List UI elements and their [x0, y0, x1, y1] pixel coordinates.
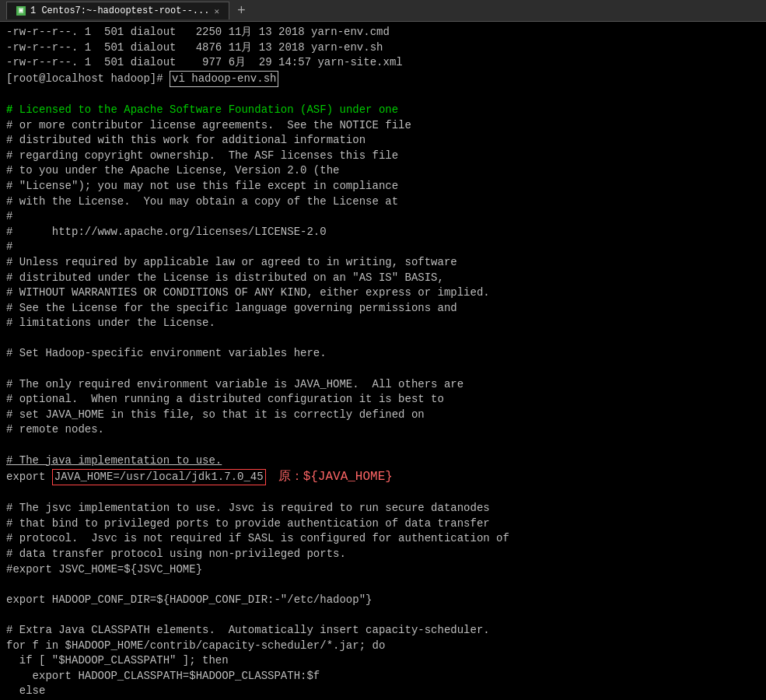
license-line-12: # distributed under the License is distr…: [6, 271, 760, 286]
file-line-2: -rw-r--r--. 1 501 dialout 4876 11月 13 20…: [6, 40, 760, 56]
license-line-10: #: [6, 240, 760, 255]
java-home-comment-4: # remote nodes.: [6, 422, 760, 438]
if-check: if [ "$HADOOP_CLASSPATH" ]; then: [6, 653, 760, 669]
license-line-5: # to you under the Apache License, Versi…: [6, 163, 760, 179]
license-line-6: # "License"); you may not use this file …: [6, 179, 760, 194]
license-line-7: # with the License. You may obtain a cop…: [6, 194, 760, 210]
java-home-comment-1: # The only required environment variable…: [6, 377, 760, 393]
new-tab-button[interactable]: +: [237, 3, 246, 19]
license-line-14: # See the License for the specific langu…: [6, 301, 760, 317]
export-line: export JAVA_HOME=/usr/local/jdk1.7.0_45原…: [6, 468, 760, 485]
blank-3: [6, 362, 760, 377]
jsvc-comment-4: # data transfer protocol using non-privi…: [6, 547, 760, 562]
blank-4: [6, 438, 760, 453]
export-classpath: export HADOOP_CLASSPATH=$HADOOP_CLASSPAT…: [6, 669, 760, 684]
hadoop-conf-dir: export HADOOP_CONF_DIR=${HADOOP_CONF_DIR…: [6, 593, 760, 608]
title-bar: ▣ 1 Centos7:~-hadooptest-root--... ✕ +: [0, 0, 766, 22]
license-line-15: # limitations under the License.: [6, 316, 760, 331]
else-clause: else: [6, 684, 760, 699]
blank-2: [6, 331, 760, 347]
jsvc-comment-2: # that bind to privileged ports to provi…: [6, 516, 760, 532]
blank-6: [6, 577, 760, 593]
license-line-9: # http://www.apache.org/licenses/LICENSE…: [6, 225, 760, 240]
license-line-8: #: [6, 209, 760, 225]
active-tab[interactable]: ▣ 1 Centos7:~-hadooptest-root--... ✕: [6, 2, 229, 19]
license-line-2: # or more contributor license agreements…: [6, 118, 760, 134]
jsvc-comment-3: # protocol. Jsvc is not required if SASL…: [6, 531, 760, 547]
classpath-comment: # Extra Java CLASSPATH elements. Automat…: [6, 623, 760, 639]
tab-favicon: ▣: [16, 6, 26, 16]
hadoop-env-comment: # Set Hadoop-specific environment variab…: [6, 346, 760, 362]
java-impl-comment: # The java implementation to use.: [6, 453, 760, 469]
blank-1: [6, 87, 760, 103]
license-line-3: # distributed with this work for additio…: [6, 133, 760, 149]
for-loop: for f in $HADOOP_HOME/contrib/capacity-s…: [6, 639, 760, 654]
blank-7: [6, 607, 760, 623]
prompt: [root@localhost hadoop]#: [6, 72, 170, 87]
license-line-1: # Licensed to the Apache Software Founda…: [6, 103, 760, 118]
tab-close-button[interactable]: ✕: [214, 6, 219, 16]
jsvc-export: #export JSVC_HOME=${JSVC_HOME}: [6, 562, 760, 578]
blank-5: [6, 486, 760, 502]
command-line: [root@localhost hadoop]# vi hadoop-env.s…: [6, 71, 760, 88]
file-line-1: -rw-r--r--. 1 501 dialout 2250 11月 13 20…: [6, 25, 760, 40]
terminal-window: ▣ 1 Centos7:~-hadooptest-root--... ✕ + -…: [0, 0, 766, 700]
original-annotation: 原：${JAVA_HOME}: [278, 468, 393, 485]
java-home-comment-2: # optional. When running a distributed c…: [6, 392, 760, 408]
license-line-4: # regarding copyright ownership. The ASF…: [6, 149, 760, 164]
java-home-value: JAVA_HOME=/usr/local/jdk1.7.0_45: [52, 469, 266, 486]
java-home-comment-3: # set JAVA_HOME in this file, so that it…: [6, 408, 760, 423]
command-text: vi hadoop-env.sh: [170, 71, 278, 88]
jsvc-comment-1: # The jsvc implementation to use. Jsvc i…: [6, 501, 760, 516]
tab-title: 1 Centos7:~-hadooptest-root--...: [30, 5, 209, 16]
export-keyword: export: [6, 470, 52, 485]
terminal-body: -rw-r--r--. 1 501 dialout 2250 11月 13 20…: [0, 22, 766, 700]
license-line-11: # Unless required by applicable law or a…: [6, 255, 760, 271]
license-line-13: # WITHOUT WARRANTIES OR CONDITIONS OF AN…: [6, 285, 760, 301]
file-line-3: -rw-r--r--. 1 501 dialout 977 6月 29 14:5…: [6, 55, 760, 71]
